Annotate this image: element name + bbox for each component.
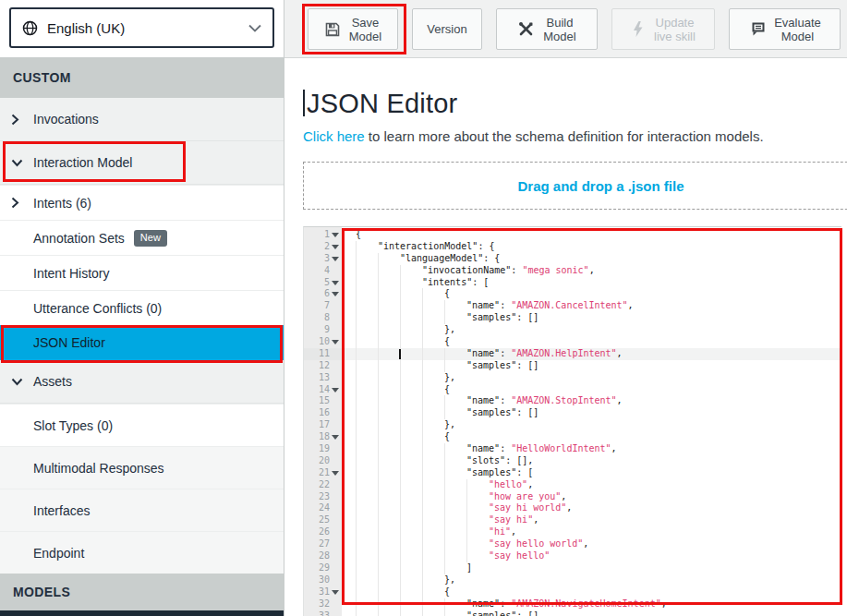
- json-punctuation: ,: [527, 479, 533, 489]
- indent-guide: [422, 514, 444, 526]
- fold-toggle-icon[interactable]: [332, 340, 339, 344]
- sidebar-item-slot-types-0[interactable]: Slot Types (0): [0, 404, 284, 446]
- build-model-button[interactable]: Build Model: [496, 8, 598, 50]
- sidebar-item-label: Annotation Sets: [33, 231, 125, 246]
- code-line: },: [342, 372, 841, 384]
- version-button[interactable]: Version: [412, 8, 482, 50]
- json-key: "name": [466, 300, 500, 310]
- json-punctuation: : [],: [505, 455, 533, 465]
- fold-toggle-icon[interactable]: [332, 590, 339, 595]
- line-number: 7: [304, 300, 342, 312]
- indent-guide: [422, 312, 444, 324]
- code-line: "samples": [: [342, 467, 841, 479]
- indent-guide: [400, 574, 422, 586]
- click-here-link[interactable]: Click here: [303, 128, 365, 144]
- json-string-value: "mega sonic": [522, 265, 588, 275]
- fold-toggle-icon[interactable]: [332, 257, 339, 261]
- indent-guide: [378, 407, 400, 419]
- language-selector-value: English (UK): [47, 20, 248, 36]
- json-key: "name": [466, 348, 500, 358]
- sidebar-item-multimodal-responses[interactable]: Multimodal Responses: [0, 446, 284, 489]
- code-line: "say hello": [342, 550, 841, 562]
- json-punctuation: : [: [516, 467, 533, 477]
- indent-guide: [356, 312, 378, 324]
- indent-guide: [356, 288, 378, 300]
- fold-toggle-icon[interactable]: [332, 245, 339, 249]
- json-string-value: "hi": [489, 526, 511, 537]
- sidebar-section-models: MODELS: [0, 574, 284, 610]
- line-number: 3: [304, 253, 342, 265]
- sidebar-item-invocations[interactable]: Invocations: [0, 98, 284, 141]
- indent-guide: [356, 598, 378, 610]
- json-punctuation: ,: [617, 348, 623, 358]
- json-key: "samples": [466, 407, 516, 417]
- fold-toggle-icon[interactable]: [332, 292, 339, 296]
- sidebar-item-interaction-model[interactable]: Interaction Model: [0, 141, 284, 185]
- indent-guide: [444, 300, 466, 312]
- code-line: {: [342, 229, 841, 241]
- line-number: 17: [304, 419, 342, 431]
- json-string-value: "HelloWorldIntent": [511, 443, 611, 453]
- indent-guide: [422, 384, 444, 396]
- save-model-button[interactable]: Save Model: [308, 8, 398, 50]
- sidebar-section-custom: CUSTOM: [0, 57, 284, 98]
- indent-guide: [356, 443, 378, 455]
- fold-toggle-icon[interactable]: [332, 233, 339, 237]
- line-number: 18: [304, 431, 342, 443]
- evaluate-model-button[interactable]: Evaluate Model: [729, 8, 841, 50]
- code-line: "invocationName": "mega sonic",: [342, 265, 841, 277]
- sidebar-item-json-editor[interactable]: JSON Editor: [0, 325, 284, 360]
- chevron-down-icon: [11, 378, 33, 386]
- json-punctuation: ,: [617, 395, 623, 405]
- sidebar-item-utterance-conflicts-0[interactable]: Utterance Conflicts (0): [0, 290, 284, 325]
- indent-guide: [356, 467, 378, 479]
- code-line: "name": "AMAZON.StopIntent",: [342, 395, 841, 407]
- code-line: "samples": []: [342, 610, 841, 616]
- indent-guide: [422, 348, 444, 360]
- save-icon: [324, 21, 341, 38]
- indent-guide: [378, 467, 400, 479]
- sidebar-item-interfaces[interactable]: Interfaces: [0, 489, 284, 531]
- indent-guide: [444, 348, 466, 360]
- language-selector[interactable]: English (UK): [9, 7, 274, 48]
- line-number: 23: [304, 491, 342, 503]
- indent-guide: [422, 431, 444, 443]
- sidebar-item-endpoint[interactable]: Endpoint: [0, 531, 284, 574]
- indent-guide: [356, 348, 378, 360]
- indent-guide: [378, 431, 400, 443]
- indent-guide: [378, 550, 400, 562]
- json-punctuation: :: [511, 265, 522, 275]
- editor-code-area[interactable]: {"interactionModel": {"languageModel": {…: [342, 227, 841, 616]
- code-line: "say hi world",: [342, 502, 841, 514]
- sidebar-item-label: Invocations: [33, 112, 99, 127]
- sidebar-item-assets[interactable]: Assets: [0, 360, 284, 404]
- indent-guide: [356, 610, 378, 616]
- json-code-editor[interactable]: 1234567891011121314151617181920212223242…: [303, 226, 841, 616]
- indent-guide: [422, 360, 444, 372]
- fold-toggle-icon[interactable]: [332, 281, 339, 285]
- fold-toggle-icon[interactable]: [332, 435, 339, 440]
- fold-toggle-icon[interactable]: [332, 388, 339, 393]
- json-dropzone[interactable]: Drag and drop a .json file: [303, 162, 847, 210]
- line-number: 32: [304, 598, 342, 610]
- code-line: {: [342, 336, 841, 348]
- indent-guide: [400, 324, 422, 336]
- indent-guide: [444, 312, 466, 324]
- indent-guide: [422, 419, 444, 431]
- sidebar-item-intents-6[interactable]: Intents (6): [0, 185, 284, 220]
- indent-guide: [400, 586, 422, 598]
- line-number: 4: [304, 265, 342, 277]
- sidebar-item-annotation-sets[interactable]: Annotation SetsNew: [0, 220, 284, 255]
- fold-toggle-icon[interactable]: [332, 471, 339, 476]
- line-number: 31: [304, 586, 342, 598]
- code-line: "intents": [: [342, 277, 841, 289]
- indent-guide: [422, 574, 444, 586]
- code-line: "hi",: [342, 526, 841, 538]
- json-key: "name": [466, 598, 500, 609]
- json-punctuation: {: [444, 586, 450, 597]
- sidebar-item-label: Multimodal Responses: [33, 461, 164, 476]
- indent-guide: [378, 395, 400, 407]
- indent-guide: [400, 443, 422, 455]
- sidebar-item-intent-history[interactable]: Intent History: [0, 255, 284, 290]
- language-selector-area: English (UK): [0, 0, 284, 57]
